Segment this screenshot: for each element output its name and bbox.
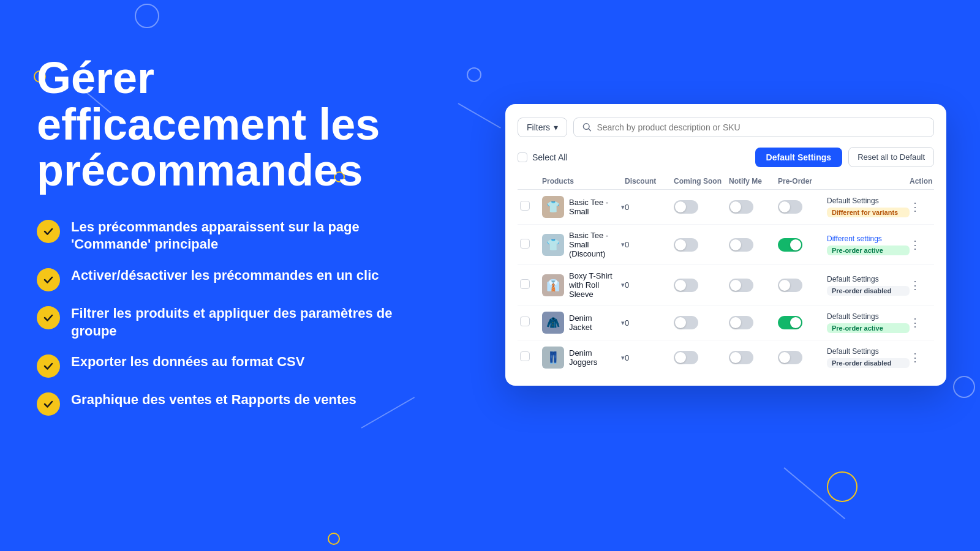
status-badge-3: Pre-order active [827, 323, 910, 333]
notify-me-toggle-3[interactable] [729, 316, 778, 329]
feature-list: Les précommandes apparaissent sur la pag… [37, 219, 417, 416]
product-cell-0: 👕 Basic Tee - Small ▾ [542, 196, 625, 218]
pre-order-toggle-2[interactable] [778, 279, 827, 292]
notify-me-toggle-knob-0[interactable] [729, 200, 753, 214]
product-image-2: 👔 [542, 274, 564, 296]
notify-me-toggle-knob-1[interactable] [729, 238, 753, 252]
checkmark-icon [42, 225, 55, 238]
row-checkbox-cell [520, 279, 542, 291]
notify-me-toggle-knob-3[interactable] [729, 316, 753, 329]
checkmark-icon [42, 398, 55, 410]
pre-order-toggle-knob-1[interactable] [778, 238, 802, 252]
discount-0: 0 [625, 203, 674, 212]
row-menu-1[interactable]: ⋮ [910, 238, 934, 252]
feature-text: Graphique des ventes et Rapports de vent… [71, 391, 356, 409]
action-cell-3: Default Settings Pre-order active [827, 312, 910, 333]
row-checkbox-3[interactable] [520, 317, 530, 326]
discount-3: 0 [625, 318, 674, 328]
filter-label: Filters [527, 122, 550, 132]
product-name-4: Denim Joggers [569, 348, 615, 367]
row-menu-2[interactable]: ⋮ [910, 279, 934, 292]
pre-order-toggle-knob-4[interactable] [778, 351, 802, 364]
row-checkbox-1[interactable] [520, 239, 530, 249]
table-row: 👔 Boxy T-Shirt with Roll Sleeve ▾ 0 Defa… [518, 265, 934, 305]
feature-text: Activer/désactiver les précommandes en u… [71, 267, 379, 285]
select-all-checkbox[interactable] [518, 152, 527, 162]
deco-circle-6 [328, 533, 340, 545]
coming-soon-toggle-knob-2[interactable] [674, 279, 698, 292]
coming-soon-toggle-1[interactable] [674, 238, 729, 252]
status-badge-2: Pre-order disabled [827, 286, 910, 296]
discount-4: 0 [625, 353, 674, 362]
filter-button[interactable]: Filters ▾ [518, 118, 567, 137]
row-checkbox-2[interactable] [520, 279, 530, 289]
table-header: Products Discount Coming Soon Notify Me … [518, 173, 934, 190]
product-name-2: Boxy T-Shirt with Roll Sleeve [569, 271, 615, 299]
th-coming-soon: Coming Soon [674, 177, 729, 186]
discount-1: 0 [625, 240, 674, 249]
notify-me-toggle-0[interactable] [729, 200, 778, 214]
pre-order-toggle-3[interactable] [778, 316, 827, 329]
coming-soon-toggle-2[interactable] [674, 279, 729, 292]
reset-all-button[interactable]: Reset all to Default [848, 147, 934, 167]
row-menu-3[interactable]: ⋮ [910, 316, 934, 329]
action-cell-0: Default Settings Different for variants [827, 197, 910, 217]
feature-item: Filtrer les produits et appliquer des pa… [37, 305, 417, 340]
pre-order-toggle-0[interactable] [778, 200, 827, 214]
coming-soon-toggle-knob-0[interactable] [674, 200, 698, 214]
pre-order-toggle-knob-0[interactable] [778, 200, 802, 214]
status-badge-0: Different for variants [827, 208, 910, 217]
row-checkbox-0[interactable] [520, 201, 530, 211]
checkmark-icon [42, 360, 55, 372]
coming-soon-toggle-knob-3[interactable] [674, 316, 698, 329]
product-cell-3: 🧥 Denim Jacket ▾ [542, 312, 625, 334]
status-badge-4: Pre-order disabled [827, 358, 910, 368]
table-rows: 👕 Basic Tee - Small ▾ 0 Default Settings… [518, 190, 934, 375]
product-cell-4: 👖 Denim Joggers ▾ [542, 347, 625, 369]
product-card: Filters ▾ Select All Default Settings Re… [505, 104, 946, 386]
search-icon [582, 122, 592, 132]
controls-row: Select All Default Settings Reset all to… [518, 147, 934, 167]
coming-soon-toggle-0[interactable] [674, 200, 729, 214]
action-label-1[interactable]: Different settings [827, 234, 910, 243]
coming-soon-toggle-4[interactable] [674, 351, 729, 364]
table-row: 👖 Denim Joggers ▾ 0 Default Settings Pre… [518, 340, 934, 375]
search-input[interactable] [597, 122, 925, 132]
select-all-label: Select All [532, 152, 568, 162]
row-menu-0[interactable]: ⋮ [910, 200, 934, 214]
coming-soon-toggle-knob-4[interactable] [674, 351, 698, 364]
th-action: Action [910, 177, 934, 186]
row-checkbox-4[interactable] [520, 351, 530, 361]
notify-me-toggle-knob-4[interactable] [729, 351, 753, 364]
pre-order-toggle-knob-3[interactable] [778, 316, 802, 329]
action-label-3: Default Settings [827, 312, 910, 321]
coming-soon-toggle-3[interactable] [674, 316, 729, 329]
notify-me-toggle-knob-2[interactable] [729, 279, 753, 292]
deco-circle-3 [467, 67, 481, 82]
action-cell-2: Default Settings Pre-order disabled [827, 275, 910, 296]
notify-me-toggle-4[interactable] [729, 351, 778, 364]
notify-me-toggle-1[interactable] [729, 238, 778, 252]
pre-order-toggle-4[interactable] [778, 351, 827, 364]
th-products: Products [542, 177, 625, 186]
pre-order-toggle-1[interactable] [778, 238, 827, 252]
check-icon [37, 354, 60, 378]
toolbar: Filters ▾ [518, 118, 934, 137]
default-settings-button[interactable]: Default Settings [755, 148, 843, 167]
product-cell-1: 👕 Basic Tee - Small (Discount) ▾ [542, 231, 625, 258]
check-icon [37, 220, 60, 243]
notify-me-toggle-2[interactable] [729, 279, 778, 292]
th-discount: Discount [625, 177, 674, 186]
product-cell-2: 👔 Boxy T-Shirt with Roll Sleeve ▾ [542, 271, 625, 299]
pre-order-toggle-knob-2[interactable] [778, 279, 802, 292]
product-image-0: 👕 [542, 196, 564, 218]
deco-line-1 [458, 103, 501, 129]
row-checkbox-cell [520, 239, 542, 251]
th-notify-me: Notify Me [729, 177, 778, 186]
product-image-4: 👖 [542, 347, 564, 369]
search-bar [573, 118, 934, 137]
checkmark-icon [42, 274, 55, 286]
row-menu-4[interactable]: ⋮ [910, 351, 934, 364]
checkmark-icon [42, 312, 55, 324]
coming-soon-toggle-knob-1[interactable] [674, 238, 698, 252]
